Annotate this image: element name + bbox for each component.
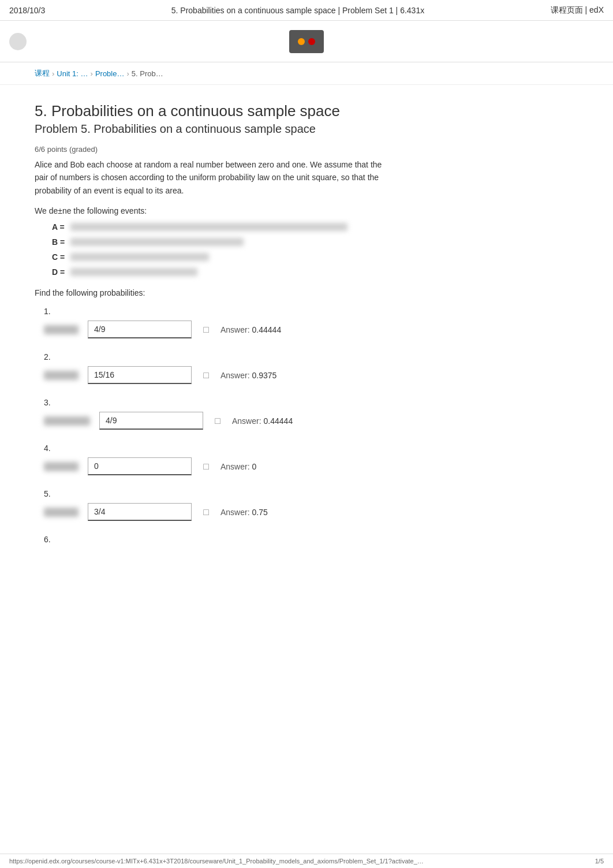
breadcrumb-link-course[interactable]: 课程 — [35, 68, 50, 79]
event-label-c: C = — [52, 252, 65, 262]
event-label-d: D = — [52, 267, 65, 277]
answer-display-4: Answer: 0 — [220, 462, 256, 471]
answer-label-4: Answer: — [220, 462, 250, 471]
problem-row-4: P(C) = □ Answer: 0 — [44, 457, 485, 475]
answer-value-4: 0 — [252, 462, 257, 471]
breadcrumb-sep-2: › — [91, 69, 93, 78]
event-text-c — [70, 253, 209, 261]
footer-page: 1/5 — [595, 858, 604, 865]
check-icon-5: □ — [201, 507, 211, 517]
breadcrumb-sep-3: › — [126, 69, 129, 78]
desc-line1: Alice and Bob each choose at random a re… — [35, 160, 382, 169]
event-text-a — [70, 223, 347, 231]
problem-number-5: 5. — [44, 489, 485, 498]
answer-label-5: Answer: — [220, 508, 250, 517]
top-bar: 2018/10/3 5. Probabilities on a continuo… — [0, 0, 613, 21]
answer-display-3: Answer: 0.44444 — [232, 416, 293, 426]
answer-input-wrapper-3 — [99, 412, 203, 430]
main-content: 5. Probabilities on a continuous sample … — [0, 85, 519, 575]
event-item-b: B = — [52, 237, 485, 247]
problem-number-1: 1. — [44, 307, 485, 316]
event-item-d: D = — [52, 267, 485, 277]
breadcrumb-link-unit[interactable]: Unit 1: … — [57, 69, 88, 78]
problem-blurred-label-5: P(D) = — [44, 508, 79, 517]
answer-value-2: 0.9375 — [252, 371, 277, 380]
answer-input-wrapper-5 — [88, 503, 192, 521]
answer-input-4[interactable] — [88, 457, 192, 475]
check-icon-1: □ — [201, 325, 211, 335]
page-title: 5. Probabilities on a continuous sample … — [35, 102, 485, 120]
breadcrumb-sep-1: › — [52, 69, 54, 78]
problem-number-3: 3. — [44, 398, 485, 407]
problem-blurred-label-2: P(B) = — [44, 371, 79, 380]
answer-input-wrapper-2 — [88, 366, 192, 384]
logo-dot-2 — [308, 38, 315, 45]
define-events-label: We de±ne the following events: — [35, 206, 485, 215]
answer-display-1: Answer: 0.44444 — [220, 325, 281, 334]
answer-input-wrapper-4 — [88, 457, 192, 475]
topbar-title: 5. Probabilities on a continuous sample … — [171, 6, 424, 15]
check-icon-2: □ — [201, 370, 211, 381]
header — [0, 21, 613, 62]
problem-item-6: 6. — [35, 535, 485, 544]
event-item-c: C = — [52, 252, 485, 262]
problem-blurred-label-3: P(A∩B) = — [44, 416, 90, 426]
topbar-date: 2018/10/3 — [9, 6, 45, 15]
events-list: A = B = C = D = — [52, 222, 485, 277]
problem-item-4: 4. P(C) = □ Answer: 0 — [35, 444, 485, 475]
find-probabilities: Find the following probabilities: — [35, 288, 485, 297]
answer-input-2[interactable] — [88, 366, 192, 384]
problem-subtitle: Problem 5. Probabilities on a continuous… — [35, 122, 485, 136]
answer-input-5[interactable] — [88, 503, 192, 521]
event-text-d — [70, 268, 197, 276]
points-label: 6/6 points (graded) — [35, 145, 485, 154]
answer-label-3: Answer: — [232, 416, 261, 426]
answer-input-3[interactable] — [99, 412, 203, 430]
answer-input-1[interactable] — [88, 321, 192, 338]
desc-line3: probability of an event is equal to its … — [35, 186, 184, 195]
problem-row-2: P(B) = □ Answer: 0.9375 — [44, 366, 485, 384]
answer-value-3: 0.44444 — [264, 416, 293, 426]
answer-display-5: Answer: 0.75 — [220, 508, 268, 517]
logo-dot-1 — [298, 38, 305, 45]
event-label-b: B = — [52, 237, 65, 247]
breadcrumb: 课程 › Unit 1: … › Proble… › 5. Prob… — [0, 62, 613, 85]
problem-item-1: 1. P(A) = □ Answer: 0.44444 — [35, 307, 485, 338]
problem-blurred-label-4: P(C) = — [44, 462, 79, 471]
desc-line2: pair of numbers is chosen according to t… — [35, 173, 379, 182]
problem-number-4: 4. — [44, 444, 485, 453]
event-text-b — [70, 238, 244, 246]
problem-row-5: P(D) = □ Answer: 0.75 — [44, 503, 485, 521]
breadcrumb-link-problem[interactable]: Proble… — [95, 69, 125, 78]
problem-list: 1. P(A) = □ Answer: 0.44444 2. P(B) = — [35, 307, 485, 544]
answer-display-2: Answer: 0.9375 — [220, 371, 276, 380]
event-label-a: A = — [52, 222, 65, 232]
topbar-right: 课程页面 | edX — [551, 5, 604, 16]
problem-number-6: 6. — [44, 535, 485, 544]
problem-item-3: 3. P(A∩B) = □ Answer: 0.44444 — [35, 398, 485, 430]
problem-row-3: P(A∩B) = □ Answer: 0.44444 — [44, 412, 485, 430]
breadcrumb-current: 5. Prob… — [132, 69, 163, 78]
check-icon-4: □ — [201, 461, 211, 472]
problem-row-1: P(A) = □ Answer: 0.44444 — [44, 321, 485, 338]
problem-item-2: 2. P(B) = □ Answer: 0.9375 — [35, 352, 485, 384]
header-left-icon — [9, 33, 27, 50]
check-icon-3: □ — [212, 416, 223, 426]
answer-input-wrapper-1 — [88, 321, 192, 338]
problem-description: Alice and Bob each choose at random a re… — [35, 158, 485, 197]
answer-label-2: Answer: — [220, 371, 250, 380]
answer-label-1: Answer: — [220, 325, 250, 334]
problem-item-5: 5. P(D) = □ Answer: 0.75 — [35, 489, 485, 521]
footer: https://openid.edx.org/courses/course-v1… — [0, 854, 613, 868]
edx-logo — [289, 30, 324, 53]
problem-blurred-label-1: P(A) = — [44, 325, 79, 334]
event-item-a: A = — [52, 222, 485, 232]
answer-value-1: 0.44444 — [252, 325, 282, 334]
problem-number-2: 2. — [44, 352, 485, 362]
footer-url: https://openid.edx.org/courses/course-v1… — [9, 858, 424, 865]
answer-value-5: 0.75 — [252, 508, 268, 517]
